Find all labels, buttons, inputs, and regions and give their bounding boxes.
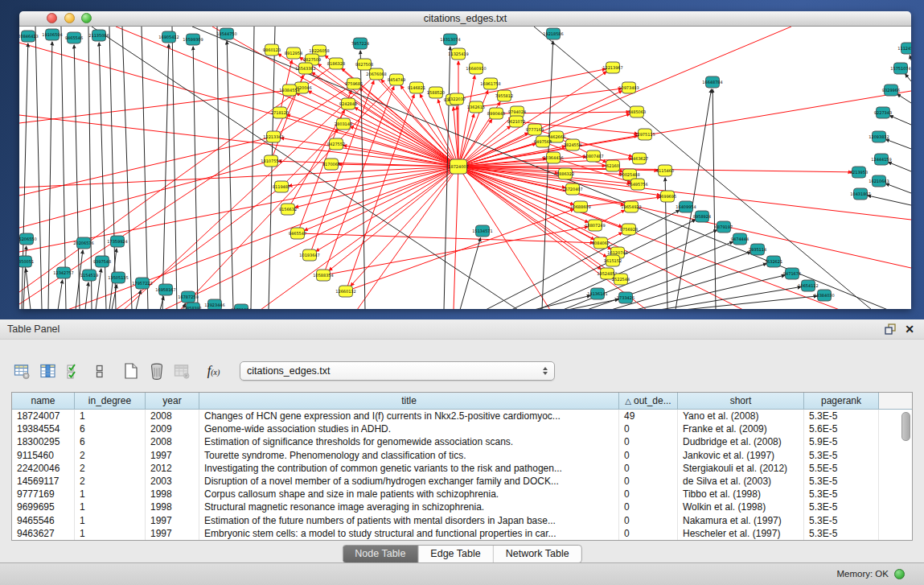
graph-node[interactable]: 1733426	[617, 292, 634, 303]
delete-table-button-disabled[interactable]	[171, 360, 193, 382]
graph-node[interactable]: 2935114	[749, 244, 766, 255]
graph-node[interactable]: 8350051	[19, 256, 34, 267]
graph-node[interactable]: 12923446	[204, 299, 224, 309]
graph-node[interactable]: 9474444	[731, 233, 749, 245]
graph-node[interactable]: 10588354	[313, 270, 333, 281]
graph-node[interactable]: 21135086	[88, 30, 109, 41]
graph-node[interactable]: 18107553	[261, 155, 281, 167]
graph-node[interactable]: 62160	[606, 160, 620, 171]
graph-node[interactable]: 14136141	[587, 288, 607, 299]
graph-node[interactable]: 7955812	[495, 90, 513, 101]
graph-node[interactable]: 12093832	[869, 131, 889, 142]
graph-node[interactable]: 8471676	[783, 268, 801, 279]
graph-node[interactable]: 10431807	[850, 188, 870, 200]
column-header-pagerank[interactable]: pagerank	[804, 393, 879, 410]
graph-node[interactable]: 8454749	[388, 74, 405, 85]
table-row[interactable]: 1938455462009Genome-wide association stu…	[12, 422, 912, 435]
graph-node[interactable]: 1322037	[448, 93, 466, 105]
graph-node[interactable]: 25206550	[19, 233, 37, 245]
column-header-year[interactable]: year	[146, 393, 199, 410]
graph-node[interactable]: 9397548	[93, 256, 111, 267]
graph-node[interactable]: 10599309	[183, 34, 203, 45]
graph-node[interactable]: 9170065	[322, 159, 340, 170]
graph-node[interactable]: 9858391	[184, 303, 202, 309]
graph-node[interactable]: 9827508	[355, 59, 373, 70]
graph-node[interactable]: 9146821	[408, 82, 425, 93]
table-row[interactable]: 1830029562008Estimation of significance …	[12, 435, 912, 448]
column-header-title[interactable]: title	[199, 393, 619, 410]
graph-node[interactable]: 18313074	[440, 34, 460, 45]
graph-node[interactable]: 9465546	[65, 32, 83, 43]
graph-node[interactable]: 15134571	[472, 225, 492, 237]
graph-node[interactable]: 9759685	[345, 78, 363, 89]
graph-node[interactable]: 9777169	[526, 124, 544, 135]
graph-node[interactable]: 12342757	[53, 267, 73, 278]
graph-node[interactable]: 12660132	[335, 286, 355, 297]
graph-node[interactable]: 7632621	[765, 256, 782, 267]
graph-node[interactable]: 16648784	[702, 76, 722, 88]
graph-node[interactable]: 16961758	[480, 78, 500, 89]
table-row[interactable]: 911546021997Tourette syndrome. Phenomeno…	[12, 449, 912, 462]
graph-node[interactable]: 9242848	[339, 98, 357, 109]
graph-node[interactable]: 1588520	[427, 87, 445, 98]
table-row[interactable]: 946554611997Estimation of the future num…	[12, 514, 912, 527]
vertical-scrollbar-thumb[interactable]	[901, 412, 910, 441]
graph-node[interactable]: 16640910	[466, 63, 486, 74]
delete-button[interactable]	[146, 360, 167, 382]
graph-node[interactable]: 8427552	[327, 138, 345, 150]
graph-node[interactable]: 3824554	[564, 139, 581, 150]
graph-node[interactable]: 7886322	[556, 168, 574, 179]
graph-node[interactable]: 2803144	[335, 118, 352, 130]
column-header-short[interactable]: short	[678, 393, 804, 410]
graph-node[interactable]: 9084067	[592, 237, 610, 249]
graph-node[interactable]: 1362615	[467, 101, 485, 113]
graph-node[interactable]: 16787259	[178, 291, 198, 303]
new-column-button[interactable]	[120, 360, 142, 382]
column-visibility-button[interactable]	[37, 360, 59, 382]
graph-node[interactable]: 19218586	[543, 28, 563, 39]
graph-node[interactable]: 12975115	[634, 129, 655, 140]
graph-node[interactable]: 12444159	[871, 154, 891, 165]
graph-node[interactable]: 7485063	[628, 106, 646, 117]
graph-node[interactable]: 2522544	[612, 274, 630, 285]
table-row[interactable]: 969969511998Structural magnetic resonanc…	[12, 501, 912, 513]
graph-hub-node[interactable]: 18724007	[448, 159, 468, 174]
float-window-icon[interactable]	[884, 323, 897, 336]
column-header-in_degree[interactable]: in_degree	[75, 393, 146, 410]
graph-node[interactable]: 9156632	[279, 204, 297, 215]
table-row[interactable]: 2242004622012Investigating the contribut…	[12, 462, 912, 475]
graph-node[interactable]: 6879197	[715, 221, 733, 233]
graph-node[interactable]: 7957224	[351, 38, 369, 49]
graph-node[interactable]: 9756928	[620, 224, 638, 235]
graph-node[interactable]: 11731984	[231, 304, 251, 309]
rows-button[interactable]	[88, 360, 110, 382]
tab-network-table[interactable]: Network Table	[493, 546, 581, 562]
graph-node[interactable]: 16958167	[155, 284, 175, 295]
graph-node[interactable]: 8912954	[285, 47, 302, 59]
table-row[interactable]: 977716911998Corpus callosum shape and si…	[12, 488, 912, 501]
graph-node[interactable]: 9329966	[882, 84, 900, 96]
column-header-name[interactable]: name	[12, 393, 75, 410]
tab-node-table[interactable]: Node Table	[343, 546, 417, 562]
graph-node[interactable]: 8958924	[693, 211, 711, 222]
graph-node[interactable]: 16210643	[869, 175, 889, 187]
graph-node[interactable]: 18384030	[814, 290, 834, 301]
function-builder-button[interactable]: f(x)	[203, 360, 224, 382]
graph-node[interactable]: 17359924	[107, 236, 127, 247]
graph-node[interactable]: 16905412	[158, 31, 179, 43]
graph-node[interactable]: 9465547	[289, 228, 306, 239]
row-checkmarks-button[interactable]	[63, 360, 84, 382]
graph-node[interactable]: 8119487	[273, 181, 290, 192]
graph-node[interactable]: 8213953	[850, 167, 868, 178]
graph-node[interactable]: 13505135	[108, 272, 128, 283]
graph-node[interactable]: 10688609	[570, 201, 590, 212]
tab-edge-table[interactable]: Edge Table	[417, 546, 492, 562]
graph-node[interactable]: 16720407	[562, 183, 582, 195]
citation-network-graph[interactable]: 2084641319106594946554621135086169054121…	[19, 27, 911, 309]
graph-node[interactable]: 17957222	[132, 278, 152, 289]
graph-node[interactable]: 1615152	[604, 255, 622, 266]
graph-node[interactable]: 9860123	[263, 44, 281, 56]
graph-node[interactable]: 11124550	[897, 43, 911, 54]
graph-node[interactable]: 9463627	[630, 153, 648, 164]
graph-node[interactable]: 9699695	[659, 191, 676, 202]
